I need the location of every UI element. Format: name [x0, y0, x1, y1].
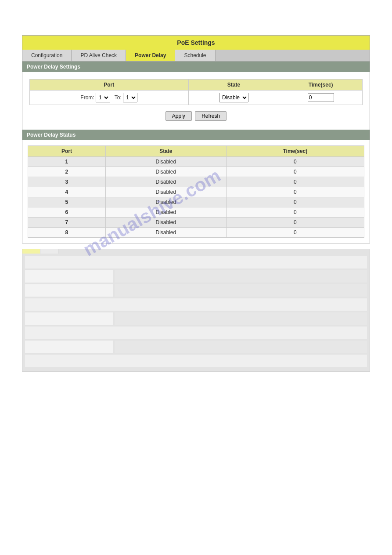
tab-configuration[interactable]: Configuration	[22, 50, 72, 61]
second-tab-1	[22, 249, 40, 254]
second-tab-2	[40, 249, 58, 254]
status-state-cell: Disabled	[105, 197, 226, 207]
status-port-cell: 8	[28, 228, 106, 238]
status-state-cell: Disabled	[105, 228, 226, 238]
table-row: 7Disabled0	[28, 218, 364, 228]
to-select[interactable]: 1234 5678	[123, 93, 137, 102]
second-row-2	[25, 284, 367, 297]
state-cell: Disable Enable	[188, 91, 279, 105]
table-row: 4Disabled0	[28, 187, 364, 197]
status-time-cell: 0	[226, 207, 364, 218]
table-row: 2Disabled0	[28, 167, 364, 177]
port-range-cell: From: 1234 5678 To: 1234 5678	[30, 91, 189, 105]
second-tabs-bar	[22, 249, 370, 254]
second-cell-right-3	[115, 312, 367, 325]
settings-section-header: Power Delay Settings	[22, 62, 370, 72]
status-area: Port State Time(sec) 1Disabled02Disabled…	[22, 140, 370, 243]
status-port-cell: 3	[28, 177, 106, 187]
page-title: PoE Settings	[22, 36, 370, 50]
status-table: Port State Time(sec) 1Disabled02Disabled…	[28, 145, 364, 238]
tab-pd-alive-check[interactable]: PD Alive Check	[72, 50, 126, 61]
table-row: 1Disabled0	[28, 157, 364, 167]
status-port-cell: 5	[28, 197, 106, 207]
table-row: 6Disabled0	[28, 207, 364, 218]
status-state-cell: Disabled	[105, 187, 226, 197]
second-cell-right-2	[115, 284, 367, 297]
second-cell-right-4	[115, 341, 367, 353]
second-cell-left-3	[25, 312, 113, 325]
from-label: From:	[80, 94, 94, 101]
tab-schedule[interactable]: Schedule	[175, 50, 215, 61]
status-port-cell: 1	[28, 157, 106, 167]
status-time-cell: 0	[226, 197, 364, 207]
status-time-header: Time(sec)	[226, 146, 364, 157]
table-row: 8Disabled0	[28, 228, 364, 238]
second-inner	[22, 254, 370, 371]
second-row-full-1	[25, 256, 367, 268]
second-cell-left-1	[25, 270, 113, 283]
status-state-cell: Disabled	[105, 207, 226, 218]
second-cell-left-4	[25, 341, 113, 353]
status-time-cell: 0	[226, 187, 364, 197]
status-port-cell: 2	[28, 167, 106, 177]
settings-table: Port State Time(sec) From: 1234 5678	[29, 79, 363, 105]
status-time-cell: 0	[226, 228, 364, 238]
status-state-cell: Disabled	[105, 157, 226, 167]
to-label: To:	[115, 94, 122, 101]
status-state-cell: Disabled	[105, 167, 226, 177]
second-row-full-4	[25, 355, 367, 367]
status-time-cell: 0	[226, 218, 364, 228]
second-row-3	[25, 312, 367, 325]
settings-area: Port State Time(sec) From: 1234 5678	[22, 72, 370, 130]
status-state-header: State	[105, 146, 226, 157]
status-section-header: Power Delay Status	[22, 130, 370, 140]
time-cell	[279, 91, 363, 105]
status-time-cell: 0	[226, 167, 364, 177]
from-select[interactable]: 1234 5678	[96, 93, 110, 102]
table-row: 3Disabled0	[28, 177, 364, 187]
second-row-1	[25, 270, 367, 283]
time-input[interactable]	[308, 93, 334, 102]
status-time-cell: 0	[226, 157, 364, 167]
state-select[interactable]: Disable Enable	[219, 93, 248, 102]
apply-button[interactable]: Apply	[165, 111, 192, 121]
second-row-full-2	[25, 298, 367, 311]
table-row: 5Disabled0	[28, 197, 364, 207]
status-time-cell: 0	[226, 177, 364, 187]
second-cell-left-2	[25, 284, 113, 297]
status-port-header: Port	[28, 146, 106, 157]
time-column-header: Time(sec)	[279, 80, 363, 91]
status-port-cell: 6	[28, 207, 106, 218]
button-row: Apply Refresh	[29, 109, 363, 123]
main-container: PoE Settings Configuration PD Alive Chec…	[22, 35, 370, 243]
second-cell-right-1	[115, 270, 367, 283]
refresh-button[interactable]: Refresh	[195, 111, 227, 121]
tabs-bar: Configuration PD Alive Check Power Delay…	[22, 50, 370, 62]
status-port-cell: 7	[28, 218, 106, 228]
second-row-4	[25, 341, 367, 353]
status-state-cell: Disabled	[105, 177, 226, 187]
state-column-header: State	[188, 80, 279, 91]
tab-power-delay[interactable]: Power Delay	[126, 50, 175, 61]
second-section	[22, 249, 370, 372]
second-row-full-3	[25, 326, 367, 339]
status-port-cell: 4	[28, 187, 106, 197]
port-column-header: Port	[30, 80, 189, 91]
status-state-cell: Disabled	[105, 218, 226, 228]
